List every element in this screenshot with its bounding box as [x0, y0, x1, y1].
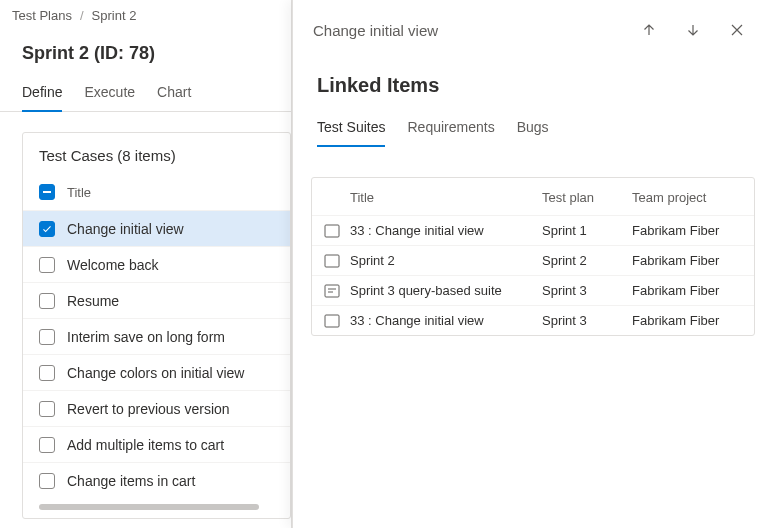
cell-plan: Sprint 1	[542, 223, 622, 238]
linked-items-tabs: Test Suites Requirements Bugs	[293, 107, 773, 147]
svg-rect-3	[325, 315, 339, 327]
test-cases-header-row: Title	[23, 174, 290, 210]
cell-plan: Sprint 3	[542, 283, 622, 298]
column-title: Title	[67, 185, 274, 200]
row-checkbox[interactable]	[39, 473, 55, 489]
row-title: Add multiple items to cart	[67, 437, 274, 453]
test-case-row[interactable]: Welcome back	[23, 246, 290, 282]
tab-define[interactable]: Define	[22, 78, 62, 112]
row-checkbox[interactable]	[39, 401, 55, 417]
suite-static-icon	[324, 224, 340, 238]
breadcrumb-separator: /	[80, 8, 84, 23]
row-title: Interim save on long form	[67, 329, 274, 345]
svg-rect-1	[325, 255, 339, 267]
details-panel: Change initial view Linked Items Test Su…	[292, 0, 773, 528]
test-case-row[interactable]: Change initial view	[23, 210, 290, 246]
row-title: Change initial view	[67, 221, 274, 237]
table-header-row: Title Test plan Team project	[312, 178, 754, 215]
table-row[interactable]: 33 : Change initial view Sprint 3 Fabrik…	[312, 305, 754, 335]
col-test-plan: Test plan	[542, 190, 622, 205]
test-cases-heading: Test Cases (8 items)	[23, 133, 290, 174]
cell-plan: Sprint 3	[542, 313, 622, 328]
test-case-row[interactable]: Revert to previous version	[23, 390, 290, 426]
test-case-row[interactable]: Interim save on long form	[23, 318, 290, 354]
next-item-button[interactable]	[677, 14, 709, 46]
row-title: Resume	[67, 293, 274, 309]
col-title: Title	[350, 190, 532, 205]
arrow-up-icon	[641, 22, 657, 38]
cell-title: Sprint 3 query-based suite	[350, 283, 532, 298]
horizontal-scrollbar[interactable]	[39, 504, 259, 510]
tab-bugs[interactable]: Bugs	[517, 113, 549, 147]
row-title: Welcome back	[67, 257, 274, 273]
breadcrumb: Test Plans / Sprint 2	[0, 0, 291, 31]
suite-static-icon	[324, 314, 340, 328]
tab-test-suites[interactable]: Test Suites	[317, 113, 385, 147]
cell-project: Fabrikam Fiber	[632, 253, 742, 268]
col-team-project: Team project	[632, 190, 742, 205]
suite-query-icon	[324, 284, 340, 298]
tab-execute[interactable]: Execute	[84, 78, 135, 112]
check-icon	[41, 223, 53, 235]
svg-rect-0	[325, 225, 339, 237]
main-tabs: Define Execute Chart	[0, 70, 291, 112]
test-case-row[interactable]: Add multiple items to cart	[23, 426, 290, 462]
tab-chart[interactable]: Chart	[157, 78, 191, 112]
arrow-down-icon	[685, 22, 701, 38]
cell-title: 33 : Change initial view	[350, 313, 532, 328]
cell-project: Fabrikam Fiber	[632, 223, 742, 238]
page-title: Sprint 2 (ID: 78)	[0, 31, 291, 70]
row-checkbox[interactable]	[39, 437, 55, 453]
linked-items-table: Title Test plan Team project 33 : Change…	[311, 177, 755, 336]
row-checkbox[interactable]	[39, 257, 55, 273]
table-row[interactable]: 33 : Change initial view Sprint 1 Fabrik…	[312, 215, 754, 245]
row-title: Revert to previous version	[67, 401, 274, 417]
row-checkbox[interactable]	[39, 293, 55, 309]
suite-static-icon	[324, 254, 340, 268]
test-case-row[interactable]: Resume	[23, 282, 290, 318]
linked-items-heading: Linked Items	[293, 52, 773, 107]
test-cases-box: Test Cases (8 items) Title Change initia…	[22, 132, 291, 519]
row-checkbox[interactable]	[39, 221, 55, 237]
panel-title: Change initial view	[313, 22, 621, 39]
breadcrumb-root[interactable]: Test Plans	[12, 8, 72, 23]
table-row[interactable]: Sprint 2 Sprint 2 Fabrikam Fiber	[312, 245, 754, 275]
row-title: Change colors on initial view	[67, 365, 274, 381]
cell-plan: Sprint 2	[542, 253, 622, 268]
test-case-row[interactable]: Change items in cart	[23, 462, 290, 498]
cell-project: Fabrikam Fiber	[632, 283, 742, 298]
select-all-checkbox[interactable]	[39, 184, 55, 200]
cell-title: 33 : Change initial view	[350, 223, 532, 238]
row-checkbox[interactable]	[39, 365, 55, 381]
prev-item-button[interactable]	[633, 14, 665, 46]
cell-title: Sprint 2	[350, 253, 532, 268]
close-panel-button[interactable]	[721, 14, 753, 46]
breadcrumb-current[interactable]: Sprint 2	[92, 8, 137, 23]
row-title: Change items in cart	[67, 473, 274, 489]
cell-project: Fabrikam Fiber	[632, 313, 742, 328]
svg-rect-2	[325, 285, 339, 297]
test-case-row[interactable]: Change colors on initial view	[23, 354, 290, 390]
close-icon	[729, 22, 745, 38]
table-row[interactable]: Sprint 3 query-based suite Sprint 3 Fabr…	[312, 275, 754, 305]
tab-requirements[interactable]: Requirements	[407, 113, 494, 147]
row-checkbox[interactable]	[39, 329, 55, 345]
